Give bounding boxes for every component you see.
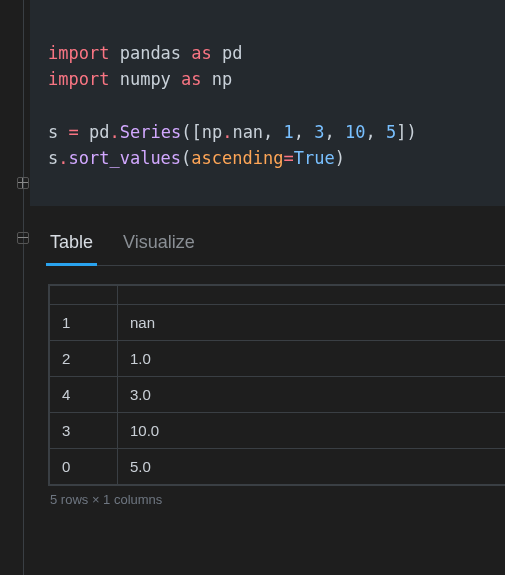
table-row: 310.0 bbox=[50, 412, 506, 448]
table-header-index bbox=[50, 285, 118, 304]
table-row: 21.0 bbox=[50, 340, 506, 376]
cell-vline bbox=[23, 0, 24, 575]
row-index: 3 bbox=[50, 412, 118, 448]
collapse-icon[interactable] bbox=[17, 177, 29, 189]
code-cell[interactable]: import pandas as pd import numpy as np s… bbox=[30, 0, 505, 206]
table-header-value bbox=[118, 285, 506, 304]
row-value: nan bbox=[118, 304, 506, 340]
collapse-output-icon[interactable] bbox=[17, 232, 29, 244]
cell-gutter bbox=[0, 0, 30, 575]
row-value: 5.0 bbox=[118, 448, 506, 484]
table-footer: 5 rows × 1 columns bbox=[48, 492, 505, 507]
tab-visualize[interactable]: Visualize bbox=[121, 224, 197, 265]
row-index: 1 bbox=[50, 304, 118, 340]
row-index: 4 bbox=[50, 376, 118, 412]
table-row: 1nan bbox=[50, 304, 506, 340]
output-area: TableVisualize 1nan21.043.0310.005.0 5 r… bbox=[30, 206, 505, 507]
row-index: 0 bbox=[50, 448, 118, 484]
output-table: 1nan21.043.0310.005.0 bbox=[48, 284, 505, 486]
tab-table[interactable]: Table bbox=[48, 224, 95, 265]
row-index: 2 bbox=[50, 340, 118, 376]
table-row: 05.0 bbox=[50, 448, 506, 484]
output-tabs: TableVisualize bbox=[48, 224, 505, 266]
row-value: 10.0 bbox=[118, 412, 506, 448]
table-row: 43.0 bbox=[50, 376, 506, 412]
row-value: 3.0 bbox=[118, 376, 506, 412]
row-value: 1.0 bbox=[118, 340, 506, 376]
